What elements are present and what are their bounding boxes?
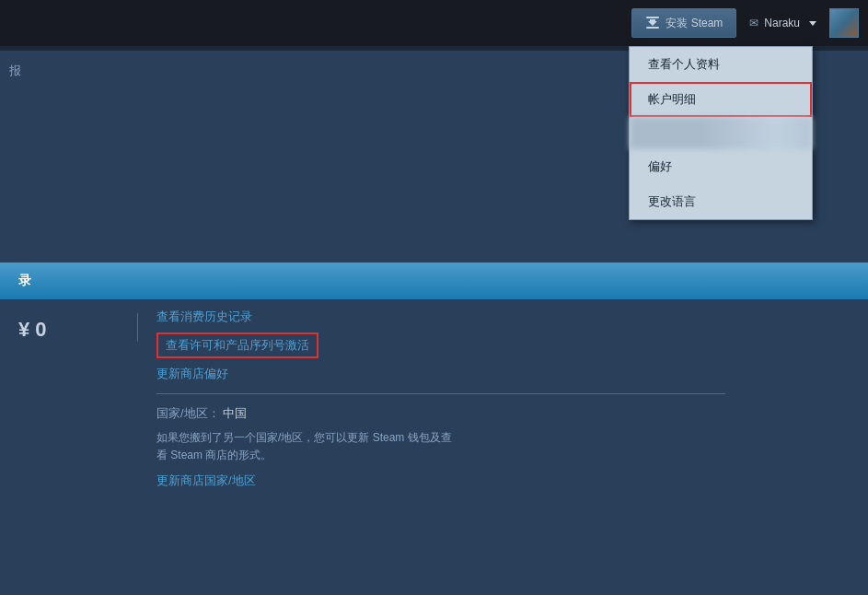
avatar[interactable] [829, 8, 859, 38]
view-licenses-link[interactable]: 查看许可和产品序列号激活 [156, 332, 318, 358]
country-label: 国家/地区： 中国 [156, 405, 868, 422]
section-header-bar: 录 [0, 262, 868, 299]
dropdown-item-preferences[interactable]: 偏好 [630, 149, 812, 184]
svg-rect-0 [646, 17, 659, 18]
avatar-image [830, 9, 858, 37]
username-label: Naraku [764, 17, 800, 29]
topbar-right: 安装 Steam ✉ Naraku [631, 8, 859, 38]
dropdown-item-account-details[interactable]: 帐户明细 [630, 82, 812, 117]
svg-rect-1 [646, 27, 659, 29]
balance-section: ¥ 0 [18, 313, 138, 342]
divider [156, 393, 725, 394]
user-dropdown-menu: 查看个人资料 帐户明细 ████ ████ ████████ 偏好 更改语言 [629, 46, 813, 220]
download-icon [645, 16, 660, 30]
country-description: 如果您搬到了另一个国家/地区，您可以更新 Steam 钱包及查看 Steam 商… [156, 429, 506, 464]
country-value: 中国 [223, 406, 247, 420]
dropdown-item-blurred: ████ ████ ████████ [630, 117, 812, 149]
view-history-link[interactable]: 查看消费历史记录 [156, 309, 868, 325]
install-steam-button[interactable]: 安装 Steam [631, 8, 736, 38]
envelope-icon: ✉ [749, 17, 758, 29]
update-country-link[interactable]: 更新商店国家/地区 [156, 473, 256, 487]
install-steam-label: 安装 Steam [665, 16, 723, 31]
topbar: 安装 Steam ✉ Naraku [0, 0, 868, 46]
dropdown-item-change-language[interactable]: 更改语言 [630, 184, 812, 219]
sidebar-text: 报 [9, 63, 21, 79]
sidebar-label: 报 [9, 64, 21, 77]
dropdown-item-view-profile[interactable]: 查看个人资料 [630, 47, 812, 82]
update-preferences-link[interactable]: 更新商店偏好 [156, 366, 868, 382]
section-title: 录 [18, 273, 31, 289]
dropdown-arrow-icon [809, 21, 816, 26]
user-menu-button[interactable]: ✉ Naraku [736, 8, 829, 38]
account-links-section: 查看消费历史记录 查看许可和产品序列号激活 更新商店偏好 国家/地区： 中国 如… [156, 309, 868, 489]
balance-amount: ¥ 0 [18, 318, 47, 341]
country-label-text: 国家/地区： [156, 406, 220, 420]
